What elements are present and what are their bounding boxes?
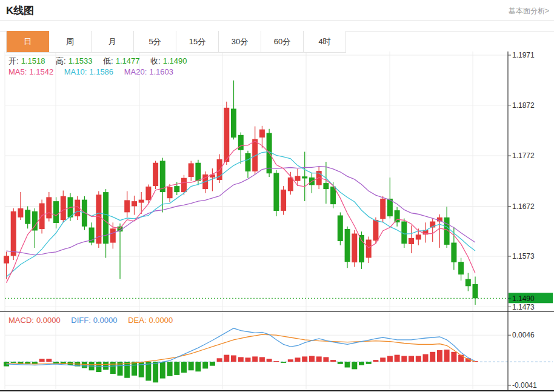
candle-body: [416, 234, 421, 239]
macd-histogram-bar: [181, 362, 187, 373]
candle-body: [323, 183, 329, 189]
candle-body: [380, 199, 385, 219]
interval-tabbar: 日周月5分15分30分60分4时: [6, 31, 346, 53]
macd-histogram-bar: [281, 362, 286, 363]
close-value: 1.1490: [163, 56, 187, 65]
macd-histogram-bar: [430, 352, 435, 362]
macd-histogram-bar: [189, 362, 194, 370]
candle-body: [25, 210, 30, 224]
candle-body: [167, 187, 173, 198]
ma5-value: 1.1542: [29, 67, 53, 76]
ma10-value: 1.1586: [89, 67, 113, 76]
macd-histogram-bar: [210, 362, 215, 366]
candle-body: [245, 153, 251, 171]
candle-body: [466, 279, 471, 287]
candle-body: [53, 201, 59, 223]
kline-page: { "page": { "title": "K线图", "link": "基本面…: [0, 0, 554, 392]
candle-body: [238, 135, 244, 150]
macd-histogram-bar: [96, 362, 101, 372]
candle-body: [458, 262, 464, 274]
candle-body: [409, 238, 414, 244]
macd-histogram-bar: [103, 362, 108, 370]
macd-histogram-bar: [18, 362, 23, 364]
tab-5分[interactable]: 5分: [134, 31, 176, 52]
candle-body: [145, 187, 151, 201]
candle-body: [4, 256, 9, 264]
macd-histogram-bar: [139, 362, 144, 377]
macd-histogram-bar: [231, 356, 236, 362]
macd-histogram-bar: [153, 362, 158, 382]
price-tick-label: 1.1473: [512, 303, 535, 311]
candle-body: [451, 243, 456, 263]
tab-60分[interactable]: 60分: [261, 31, 304, 52]
candle-body: [273, 173, 279, 211]
macd-histogram-bar: [401, 356, 407, 362]
macd-histogram-bar: [458, 355, 464, 362]
tab-4时[interactable]: 4时: [304, 31, 346, 52]
macd-histogram-bar: [124, 362, 130, 378]
macd-histogram-bar: [373, 360, 378, 362]
close-label: 收:: [150, 56, 161, 65]
candle-body: [32, 211, 38, 231]
candle-body: [224, 108, 229, 162]
macd-histogram-bar: [132, 362, 137, 376]
macd-tick-label: 0.0046: [512, 331, 535, 339]
macd-histogram-bar: [409, 356, 414, 362]
macd-histogram-bar: [110, 362, 116, 374]
candle-body: [61, 196, 66, 220]
macd-histogram-bar: [245, 357, 251, 362]
macd-histogram-bar: [160, 362, 165, 379]
price-tick-label: 1.1573: [512, 252, 535, 261]
dea-value: 0.0000: [149, 316, 173, 325]
macd-histogram-bar: [46, 359, 52, 362]
macd-histogram-bar: [288, 359, 293, 362]
candle-body: [132, 201, 137, 206]
candle-body: [18, 208, 23, 218]
candle-body: [11, 211, 16, 256]
macd-histogram-bar: [295, 357, 301, 362]
tab-15分[interactable]: 15分: [176, 31, 219, 52]
tab-周[interactable]: 周: [49, 31, 92, 52]
macd-histogram-bar: [39, 359, 45, 362]
price-tick-label: 1.1971: [512, 51, 535, 59]
macd-histogram-bar: [252, 356, 258, 362]
ma5-label: MA5:: [8, 67, 27, 76]
macd-tick-label: -0.0041: [512, 381, 537, 390]
macd-histogram-bar: [387, 356, 393, 362]
ohlc-legend: 开:1.1518 高:1.1533 低:1.1477 收:1.1490: [8, 56, 189, 67]
dea-label: DEA:: [128, 316, 146, 325]
macd-histogram-bar: [359, 362, 364, 365]
macd-histogram-bar: [224, 355, 229, 362]
macd-histogram-bar: [259, 357, 265, 362]
macd-histogram-bar: [444, 350, 450, 362]
candle-body: [110, 228, 116, 242]
candle-body: [295, 176, 301, 181]
candle-body: [124, 200, 130, 212]
macd-histogram-bar: [437, 350, 442, 362]
current-price-badge-label: 1.1490: [512, 294, 535, 303]
diff-value: 0.0000: [93, 316, 118, 325]
candle-body: [366, 240, 372, 258]
price-tick-label: 1.1772: [512, 151, 535, 160]
candle-body: [153, 163, 158, 186]
candle-body: [473, 284, 478, 298]
macd-histogram-bar: [195, 362, 201, 371]
candle-body: [302, 176, 307, 178]
macd-histogram-bar: [316, 356, 322, 362]
tab-30分[interactable]: 30分: [219, 31, 261, 52]
tab-月[interactable]: 月: [92, 31, 134, 52]
candle-body: [174, 186, 179, 192]
macd-histogram-bar: [167, 362, 173, 376]
macd-histogram-bar: [395, 355, 400, 362]
macd-histogram-bar: [273, 361, 279, 362]
candle-body: [82, 200, 87, 227]
macd-histogram-bar: [416, 356, 421, 362]
tab-日[interactable]: 日: [7, 31, 49, 52]
macd-histogram-bar: [423, 354, 429, 362]
macd-histogram-bar: [217, 358, 222, 362]
candle-body: [259, 130, 265, 138]
price-tick-label: 1.1672: [512, 202, 535, 211]
candle-body: [139, 200, 144, 203]
high-label: 高:: [56, 56, 66, 65]
macd-histogram-bar: [380, 357, 385, 362]
